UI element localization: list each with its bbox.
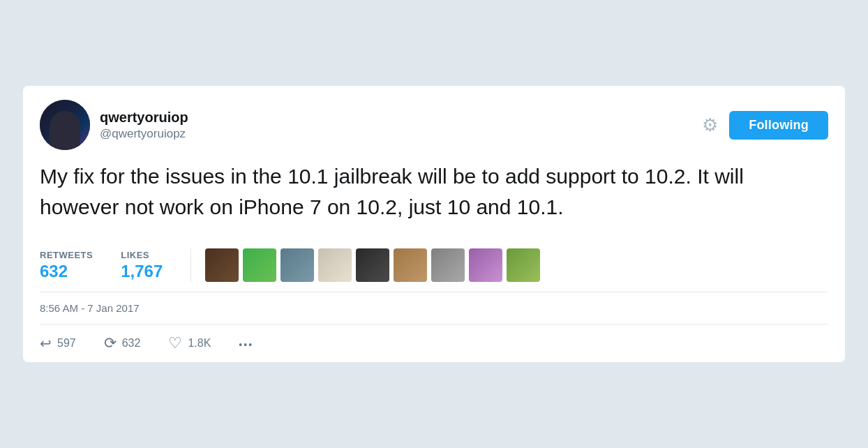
reply-count: 597 (57, 337, 76, 350)
likes-value[interactable]: 1,767 (121, 262, 163, 281)
liker-avatar[interactable] (507, 248, 540, 282)
retweets-stat: RETWEETS 632 (40, 250, 93, 281)
liker-avatar[interactable] (318, 248, 352, 282)
tweet-header-left: qwertyoruiop @qwertyoruiopz (40, 100, 188, 150)
retweet-action[interactable]: 632 (104, 334, 141, 352)
like-icon (168, 334, 182, 352)
actions-row: 597 632 1.8K (40, 324, 828, 362)
retweets-value[interactable]: 632 (40, 262, 93, 281)
tweet-card: qwertyoruiop @qwertyoruiopz ⚙ Following … (22, 85, 846, 363)
likes-stat: LIKES 1,767 (121, 250, 163, 281)
user-handle[interactable]: @qwertyoruiopz (100, 127, 188, 141)
reply-icon (40, 335, 52, 352)
liker-avatar[interactable] (394, 248, 427, 282)
reply-action[interactable]: 597 (40, 335, 76, 352)
user-info: qwertyoruiop @qwertyoruiopz (100, 110, 188, 141)
likers-avatars (205, 248, 828, 282)
timestamp: 8:56 AM - 7 Jan 2017 (40, 292, 828, 324)
retweet-icon (104, 334, 117, 352)
liker-avatar[interactable] (431, 248, 465, 282)
liker-avatar[interactable] (280, 248, 314, 282)
more-icon (239, 336, 253, 352)
likes-label: LIKES (121, 250, 163, 260)
tweet-header-right: ⚙ Following (702, 111, 828, 140)
following-button[interactable]: Following (729, 111, 828, 140)
stats-divider (190, 248, 191, 282)
liker-avatar[interactable] (205, 248, 239, 282)
retweets-label: RETWEETS (40, 250, 93, 260)
retweet-count: 632 (122, 337, 141, 350)
liker-avatar[interactable] (356, 248, 389, 282)
avatar[interactable] (40, 100, 90, 150)
stats-row: RETWEETS 632 LIKES 1,767 (40, 239, 828, 292)
like-count: 1.8K (188, 337, 211, 350)
like-action[interactable]: 1.8K (168, 334, 211, 352)
tweet-header: qwertyoruiop @qwertyoruiopz ⚙ Following (40, 100, 828, 150)
stats-left: RETWEETS 632 LIKES 1,767 (40, 250, 177, 281)
more-action[interactable] (239, 336, 253, 352)
tweet-text: My fix for the issues in the 10.1 jailbr… (40, 161, 828, 222)
liker-avatar[interactable] (243, 248, 276, 282)
display-name[interactable]: qwertyoruiop (100, 110, 188, 126)
gear-icon[interactable]: ⚙ (702, 114, 718, 136)
liker-avatar[interactable] (469, 248, 502, 282)
